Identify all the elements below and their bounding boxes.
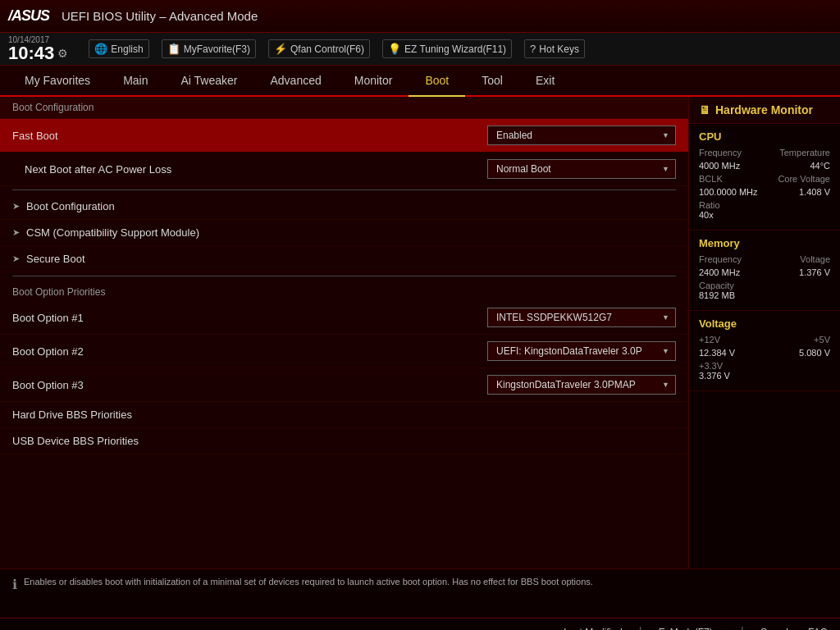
ez-mode-label: EzMode(F7) [659,627,713,630]
nav-tool[interactable]: Tool [465,66,519,97]
nav-monitor[interactable]: Monitor [338,66,409,97]
nav-exit[interactable]: Exit [519,66,571,97]
cpu-temp-value: 44°C [810,161,830,171]
boot-option-3-select[interactable]: KingstonDataTraveler 3.0PMAP [487,375,676,395]
hdd-bbs-row[interactable]: Hard Drive BBS Priorities [0,402,688,428]
boot-option-3-wrapper: KingstonDataTraveler 3.0PMAP [487,375,676,395]
nav-advanced[interactable]: Advanced [253,66,337,97]
cpu-corevolt-label: Core Voltage [778,174,830,184]
submenu-boot-config[interactable]: ➤ Boot Configuration [0,194,688,220]
qfan-label: Qfan Control(F6) [290,43,364,55]
myfavorite-button[interactable]: 📋 MyFavorite(F3) [162,39,256,58]
mem-freq-value: 2400 MHz [699,267,740,277]
mem-cap-label: Capacity [699,281,830,290]
mem-freq-val-row: 2400 MHz 1.376 V [699,267,830,277]
cpu-corevolt-value: 1.408 V [799,187,830,197]
info-icon: ℹ [12,577,17,592]
nav-ai-tweaker[interactable]: Ai Tweaker [164,66,253,97]
fast-boot-dropdown-wrapper: Enabled Disabled [487,126,676,145]
cpu-bclk-label-row: BCLK Core Voltage [699,174,830,184]
submenu-csm[interactable]: ➤ CSM (Compatibility Support Module) [0,220,688,246]
mem-volt-label: Voltage [800,254,830,264]
cpu-freq-row: Frequency Temperature [699,148,830,158]
nav-boot[interactable]: Boot [409,66,465,97]
mem-freq-label: Frequency [699,254,742,264]
ez-tuning-button[interactable]: 💡 EZ Tuning Wizard(F11) [382,39,512,58]
globe-icon: 🌐 [94,43,107,55]
ez-mode-icon: ↗ [716,627,724,630]
submenu-secure-boot-label: Secure Boot [26,253,85,265]
boot-option-2-label: Boot Option #2 [12,345,487,358]
info-text: Enables or disables boot with initializa… [24,576,593,588]
section-header: Boot Configuration [0,97,688,119]
boot-option-3-row[interactable]: Boot Option #3 KingstonDataTraveler 3.0P… [0,368,688,402]
content-area: Boot Configuration Fast Boot Enabled Dis… [0,97,840,568]
cpu-ratio-value: 40x [699,210,830,220]
boot-options-header: Boot Option Priorities [0,280,688,301]
hotkeys-button[interactable]: ? Hot Keys [524,39,585,58]
asus-logo: /ASUS [8,7,49,25]
mem-cap-value: 8192 MB [699,290,830,300]
cpu-freq-label: Frequency [699,148,742,158]
header: /ASUS UEFI BIOS Utility – Advanced Mode [0,0,840,33]
voltage-section: Voltage +12V +5V 12.384 V 5.080 V +3.3V … [689,311,840,391]
search-faq-button[interactable]: Search on FAQ [760,627,828,630]
volt-12-value: 12.384 V [699,348,735,358]
ez-tuning-label: EZ Tuning Wizard(F11) [404,43,506,55]
volt-33-label: +3.3V [699,361,830,371]
submenu-boot-config-label: Boot Configuration [26,200,115,212]
settings-icon[interactable]: ⚙ [57,47,68,60]
voltage-title: Voltage [699,317,830,330]
cpu-section: CPU Frequency Temperature 4000 MHz 44°C … [689,124,840,231]
next-boot-row[interactable]: Next Boot after AC Power Loss Normal Boo… [0,153,688,186]
boot-option-1-row[interactable]: Boot Option #1 INTEL SSDPEKKW512G7 [0,301,688,335]
volt-12-val-row: 12.384 V 5.080 V [699,348,830,358]
main-nav: My Favorites Main Ai Tweaker Advanced Mo… [0,66,840,97]
boot-option-2-select[interactable]: UEFI: KingstonDataTraveler 3.0P [487,341,676,361]
submenu-secure-boot[interactable]: ➤ Secure Boot [0,246,688,272]
next-boot-dropdown-wrapper: Normal Boot Last State Always On Always … [487,159,676,179]
bios-title: UEFI BIOS Utility – Advanced Mode [62,9,258,23]
boot-option-1-select[interactable]: INTEL SSDPEKKW512G7 [487,308,676,327]
nav-my-favorites[interactable]: My Favorites [8,66,107,97]
cpu-ratio-label: Ratio [699,200,830,210]
chevron-right-icon-2: ➤ [12,227,20,238]
time: 10:43 [8,44,54,62]
boot-option-2-wrapper: UEFI: KingstonDataTraveler 3.0P [487,341,676,361]
hw-monitor-title: 🖥 Hardware Monitor [689,97,840,124]
datetime: 10/14/2017 10:43 ⚙ [8,35,68,62]
last-modified-button[interactable]: Last Modified [564,627,622,630]
cpu-freq-value: 4000 MHz [699,161,740,171]
qfan-button[interactable]: ⚡ Qfan Control(F6) [268,39,370,58]
ez-mode-button[interactable]: EzMode(F7) ↗ [659,627,724,630]
bulb-icon: 💡 [388,43,401,55]
submenu-csm-label: CSM (Compatibility Support Module) [26,226,199,239]
main-content: Boot Configuration Fast Boot Enabled Dis… [0,97,688,568]
cpu-bclk-label: BCLK [699,174,723,184]
divider-2 [12,276,676,276]
volt-12-label-row: +12V +5V [699,335,830,345]
usb-bbs-label: USB Device BBS Priorities [12,435,139,447]
cpu-temp-label: Temperature [779,148,830,158]
footer-right: Last Modified | EzMode(F7) ↗ | Search on… [564,625,828,630]
footer: Last Modified | EzMode(F7) ↗ | Search on… [0,618,840,630]
boot-option-1-wrapper: INTEL SSDPEKKW512G7 [487,308,676,327]
cpu-bclk-value: 100.0000 MHz [699,187,758,197]
toolbar-items: 🌐 English 📋 MyFavorite(F3) ⚡ Qfan Contro… [89,39,832,58]
hotkeys-label: Hot Keys [539,43,579,55]
hotkeys-icon: ? [530,43,536,55]
nav-main[interactable]: Main [107,66,164,97]
fast-boot-select[interactable]: Enabled Disabled [487,126,676,145]
volt-33-value: 3.376 V [699,371,830,381]
chevron-right-icon: ➤ [12,201,20,212]
language-button[interactable]: 🌐 English [89,39,148,58]
usb-bbs-row[interactable]: USB Device BBS Priorities [0,428,688,454]
boot-option-2-row[interactable]: Boot Option #2 UEFI: KingstonDataTravele… [0,335,688,368]
cpu-title: CPU [699,130,830,143]
boot-option-3-label: Boot Option #3 [12,379,487,391]
cpu-bclk-val-row: 100.0000 MHz 1.408 V [699,187,830,197]
memory-section: Memory Frequency Voltage 2400 MHz 1.376 … [689,231,840,311]
next-boot-select[interactable]: Normal Boot Last State Always On Always … [487,159,676,179]
fast-boot-row[interactable]: Fast Boot Enabled Disabled [0,119,688,153]
mem-volt-value: 1.376 V [799,267,830,277]
